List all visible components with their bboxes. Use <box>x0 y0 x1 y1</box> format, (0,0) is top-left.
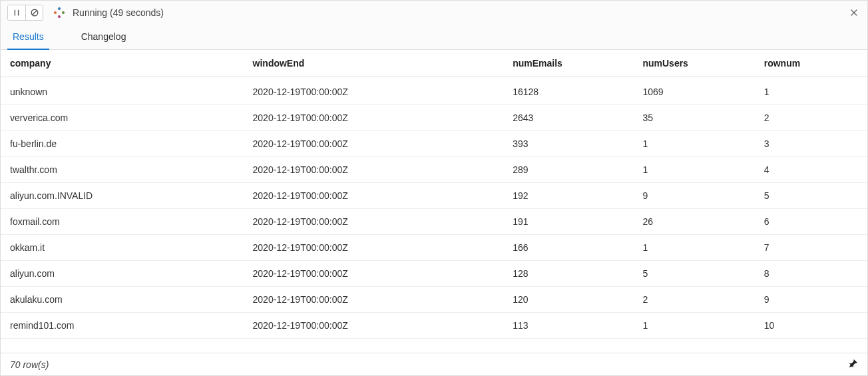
cell-numEmails: 2643 <box>503 105 633 131</box>
col-header-company[interactable]: company <box>1 50 244 77</box>
table-row[interactable]: aliyun.com.INVALID2020-12-19T00:00:00Z19… <box>1 183 867 209</box>
cell-rownum: 8 <box>755 261 867 287</box>
table-row[interactable]: fu-berlin.de2020-12-19T00:00:00Z39313 <box>1 131 867 157</box>
cell-numUsers: 1 <box>633 157 754 183</box>
cell-windowEnd: 2020-12-19T00:00:00Z <box>244 261 504 287</box>
loading-spinner-icon <box>54 7 65 18</box>
tab-bar: Results Changelog <box>1 25 867 50</box>
cell-numUsers: 1 <box>633 235 754 261</box>
stop-icon <box>30 8 39 17</box>
cell-company: okkam.it <box>1 235 244 261</box>
table-row[interactable]: foxmail.com2020-12-19T00:00:00Z191266 <box>1 209 867 235</box>
cell-numEmails: 393 <box>503 131 633 157</box>
execution-controls <box>7 5 43 21</box>
cell-numUsers: 26 <box>633 209 754 235</box>
cell-rownum: 9 <box>755 287 867 313</box>
cell-windowEnd: 2020-12-19T00:00:00Z <box>244 183 504 209</box>
tab-changelog[interactable]: Changelog <box>76 25 132 50</box>
cell-numUsers: 1 <box>633 131 754 157</box>
cell-windowEnd: 2020-12-19T00:00:00Z <box>244 105 504 131</box>
close-button[interactable] <box>847 6 861 19</box>
results-table-container[interactable]: company windowEnd numEmails numUsers row… <box>1 50 867 353</box>
cell-rownum: 6 <box>755 209 867 235</box>
cell-rownum: 1 <box>755 77 867 105</box>
pause-button[interactable] <box>8 5 25 20</box>
cell-company: aliyun.com.INVALID <box>1 183 244 209</box>
col-header-numemails[interactable]: numEmails <box>503 50 633 77</box>
table-row[interactable]: unknown2020-12-19T00:00:00Z1612810691 <box>1 77 867 105</box>
cell-numEmails: 113 <box>503 313 633 339</box>
cell-numEmails: 120 <box>503 287 633 313</box>
row-count-text: 70 row(s) <box>10 359 49 370</box>
cell-numUsers: 35 <box>633 105 754 131</box>
cell-rownum: 7 <box>755 235 867 261</box>
table-row[interactable]: remind101.com2020-12-19T00:00:00Z113110 <box>1 313 867 339</box>
svg-line-3 <box>32 11 37 15</box>
cell-windowEnd: 2020-12-19T00:00:00Z <box>244 157 504 183</box>
cell-windowEnd: 2020-12-19T00:00:00Z <box>244 287 504 313</box>
pause-icon <box>12 8 21 17</box>
cell-rownum: 5 <box>755 183 867 209</box>
cell-numEmails: 128 <box>503 261 633 287</box>
cell-numEmails: 191 <box>503 209 633 235</box>
close-icon <box>849 8 859 17</box>
table-header-row: company windowEnd numEmails numUsers row… <box>1 50 867 77</box>
pin-icon <box>849 359 858 368</box>
table-row[interactable]: okkam.it2020-12-19T00:00:00Z16617 <box>1 235 867 261</box>
cell-numUsers: 9 <box>633 183 754 209</box>
cell-windowEnd: 2020-12-19T00:00:00Z <box>244 77 504 105</box>
cell-windowEnd: 2020-12-19T00:00:00Z <box>244 131 504 157</box>
cell-numEmails: 16128 <box>503 77 633 105</box>
cell-rownum: 4 <box>755 157 867 183</box>
table-row[interactable]: twalthr.com2020-12-19T00:00:00Z28914 <box>1 157 867 183</box>
cell-numUsers: 5 <box>633 261 754 287</box>
panel-header: Running (49 seconds) <box>1 1 867 25</box>
results-table: company windowEnd numEmails numUsers row… <box>1 50 867 339</box>
cell-company: fu-berlin.de <box>1 131 244 157</box>
stop-button[interactable] <box>25 5 43 20</box>
cell-numUsers: 1 <box>633 313 754 339</box>
table-row[interactable]: ververica.com2020-12-19T00:00:00Z2643352 <box>1 105 867 131</box>
col-header-numusers[interactable]: numUsers <box>633 50 754 77</box>
cell-company: aliyun.com <box>1 261 244 287</box>
cell-windowEnd: 2020-12-19T00:00:00Z <box>244 313 504 339</box>
cell-numUsers: 2 <box>633 287 754 313</box>
cell-rownum: 10 <box>755 313 867 339</box>
status-text: Running (49 seconds) <box>73 7 164 18</box>
cell-company: foxmail.com <box>1 209 244 235</box>
table-row[interactable]: aliyun.com2020-12-19T00:00:00Z12858 <box>1 261 867 287</box>
col-header-rownum[interactable]: rownum <box>755 50 867 77</box>
results-panel: Running (49 seconds) Results Changelog c… <box>0 0 868 376</box>
panel-footer: 70 row(s) <box>1 353 867 375</box>
tab-results[interactable]: Results <box>7 25 49 50</box>
cell-numUsers: 1069 <box>633 77 754 105</box>
cell-numEmails: 166 <box>503 235 633 261</box>
cell-company: remind101.com <box>1 313 244 339</box>
cell-company: akulaku.com <box>1 287 244 313</box>
col-header-windowend[interactable]: windowEnd <box>244 50 504 77</box>
cell-rownum: 2 <box>755 105 867 131</box>
table-row[interactable]: akulaku.com2020-12-19T00:00:00Z12029 <box>1 287 867 313</box>
cell-windowEnd: 2020-12-19T00:00:00Z <box>244 235 504 261</box>
cell-company: unknown <box>1 77 244 105</box>
cell-numEmails: 289 <box>503 157 633 183</box>
cell-rownum: 3 <box>755 131 867 157</box>
cell-company: ververica.com <box>1 105 244 131</box>
pin-button[interactable] <box>849 359 858 370</box>
cell-numEmails: 192 <box>503 183 633 209</box>
cell-windowEnd: 2020-12-19T00:00:00Z <box>244 209 504 235</box>
cell-company: twalthr.com <box>1 157 244 183</box>
